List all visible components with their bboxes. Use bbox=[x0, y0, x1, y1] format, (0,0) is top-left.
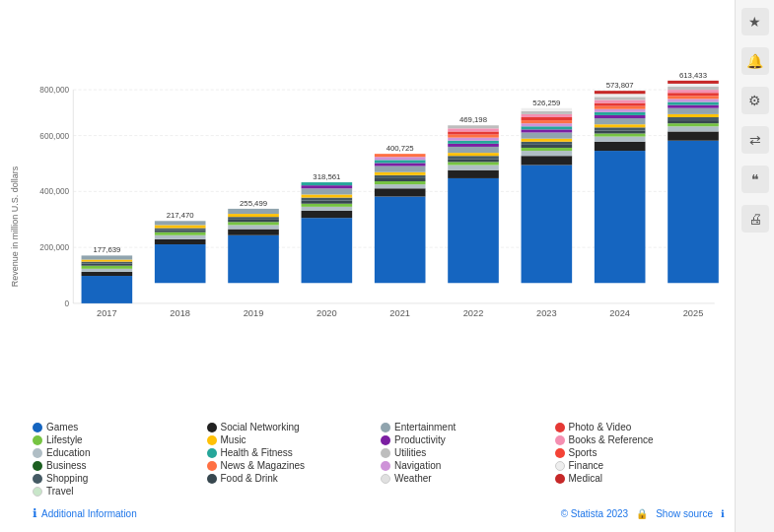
legend-label-finance: Finance bbox=[569, 460, 604, 471]
medical-dot bbox=[555, 474, 565, 484]
svg-rect-55 bbox=[375, 172, 426, 175]
svg-rect-64 bbox=[448, 166, 499, 170]
bar-2024: 573,807 bbox=[595, 81, 646, 283]
svg-rect-13 bbox=[82, 269, 133, 272]
svg-rect-89 bbox=[522, 120, 573, 123]
entertainment-dot bbox=[381, 423, 390, 432]
svg-rect-106 bbox=[595, 106, 646, 109]
additional-info-label: Additional Information bbox=[41, 508, 137, 519]
legend-item-productivity: Productivity bbox=[381, 434, 551, 445]
svg-rect-25 bbox=[155, 229, 206, 231]
svg-rect-31 bbox=[228, 225, 279, 229]
bar-2021: 400,725 bbox=[375, 144, 426, 283]
svg-text:2018: 2018 bbox=[170, 308, 190, 318]
svg-rect-14 bbox=[82, 266, 133, 269]
svg-rect-17 bbox=[82, 260, 133, 262]
legend-label-utilities: Utilities bbox=[394, 447, 426, 458]
svg-rect-27 bbox=[155, 221, 206, 225]
svg-rect-78 bbox=[522, 166, 573, 284]
share-icon[interactable]: ⇄ bbox=[741, 126, 769, 154]
books-reference-dot bbox=[555, 435, 565, 445]
svg-rect-113 bbox=[668, 141, 719, 284]
svg-rect-100 bbox=[595, 127, 646, 130]
notification-icon[interactable]: 🔔 bbox=[741, 47, 769, 75]
main-container: Revenue in million U.S. dollars 0 20 bbox=[0, 0, 774, 532]
utilities-dot bbox=[381, 448, 390, 458]
svg-rect-22 bbox=[155, 235, 206, 239]
chart-svg-container: 0 200,000 400,000 600,000 800,000 bbox=[33, 10, 725, 414]
legend-item-education: Education bbox=[33, 447, 203, 458]
productivity-dot bbox=[381, 435, 390, 445]
svg-rect-69 bbox=[448, 147, 499, 153]
svg-text:613,433: 613,433 bbox=[679, 71, 707, 80]
svg-rect-116 bbox=[668, 123, 719, 126]
favorite-icon[interactable]: ★ bbox=[741, 8, 769, 35]
svg-rect-20 bbox=[155, 244, 206, 283]
svg-rect-92 bbox=[522, 111, 573, 114]
svg-rect-58 bbox=[375, 160, 426, 163]
svg-rect-51 bbox=[375, 184, 426, 188]
svg-text:800,000: 800,000 bbox=[39, 86, 69, 95]
quote-icon[interactable]: ❝ bbox=[741, 166, 769, 193]
svg-rect-125 bbox=[668, 93, 719, 96]
svg-rect-93 bbox=[522, 108, 573, 111]
show-source-info-icon[interactable]: ℹ bbox=[721, 508, 725, 519]
svg-rect-118 bbox=[668, 117, 719, 120]
legend-label-health-fitness: Health & Fitness bbox=[221, 447, 293, 458]
finance-dot bbox=[555, 461, 565, 471]
travel-dot bbox=[33, 487, 42, 497]
svg-rect-115 bbox=[668, 126, 719, 131]
svg-rect-124 bbox=[668, 96, 719, 99]
games-dot bbox=[33, 423, 42, 432]
svg-rect-50 bbox=[375, 188, 426, 196]
legend-item-lifestyle: Lifestyle bbox=[33, 434, 203, 445]
svg-text:217,470: 217,470 bbox=[167, 211, 194, 220]
business-dot bbox=[33, 461, 42, 471]
show-source-link[interactable]: Show source bbox=[656, 508, 713, 519]
settings-icon[interactable]: ⚙ bbox=[741, 87, 769, 114]
legend-item-music: Music bbox=[207, 434, 378, 445]
svg-rect-45 bbox=[302, 188, 353, 194]
svg-rect-73 bbox=[448, 135, 499, 138]
svg-text:400,000: 400,000 bbox=[39, 187, 69, 196]
svg-rect-85 bbox=[522, 132, 573, 138]
legend-item-finance: Finance bbox=[555, 460, 726, 471]
legend-item-games: Games bbox=[33, 422, 203, 432]
svg-rect-103 bbox=[595, 115, 646, 118]
svg-rect-15 bbox=[82, 264, 133, 266]
svg-rect-16 bbox=[82, 262, 133, 264]
print-icon[interactable]: 🖨 bbox=[741, 205, 769, 233]
health-fitness-dot bbox=[207, 448, 217, 458]
svg-rect-26 bbox=[155, 225, 206, 228]
svg-text:2021: 2021 bbox=[389, 308, 410, 318]
legend-label-social-networking: Social Networking bbox=[221, 422, 300, 432]
svg-rect-39 bbox=[302, 211, 353, 218]
svg-rect-40 bbox=[302, 207, 353, 211]
chart-area: Revenue in million U.S. dollars 0 20 bbox=[0, 0, 735, 532]
bar-2020: 318,561 bbox=[302, 172, 353, 283]
bar-chart: 0 200,000 400,000 600,000 800,000 bbox=[33, 10, 725, 414]
svg-rect-74 bbox=[448, 131, 499, 134]
svg-rect-114 bbox=[668, 131, 719, 140]
svg-rect-122 bbox=[668, 102, 719, 105]
svg-rect-88 bbox=[522, 123, 573, 126]
svg-rect-91 bbox=[522, 114, 573, 117]
svg-rect-32 bbox=[228, 222, 279, 225]
weather-dot bbox=[381, 474, 390, 484]
additional-info-link[interactable]: ℹ Additional Information bbox=[33, 506, 137, 520]
svg-rect-81 bbox=[522, 148, 573, 151]
svg-rect-30 bbox=[228, 230, 279, 235]
legend-label-navigation: Navigation bbox=[394, 460, 441, 471]
food-drink-dot bbox=[207, 474, 217, 484]
svg-rect-57 bbox=[375, 163, 426, 166]
bar-2017: 177,639 bbox=[82, 245, 133, 303]
svg-rect-18 bbox=[82, 255, 133, 259]
bar-2019: 255,499 bbox=[228, 199, 279, 283]
svg-rect-121 bbox=[668, 105, 719, 108]
legend-item-social-networking: Social Networking bbox=[207, 422, 378, 432]
svg-rect-35 bbox=[228, 214, 279, 217]
svg-rect-87 bbox=[522, 126, 573, 129]
legend-item-books-reference: Books & Reference bbox=[555, 434, 726, 445]
svg-rect-41 bbox=[302, 204, 353, 207]
svg-rect-84 bbox=[522, 139, 573, 142]
